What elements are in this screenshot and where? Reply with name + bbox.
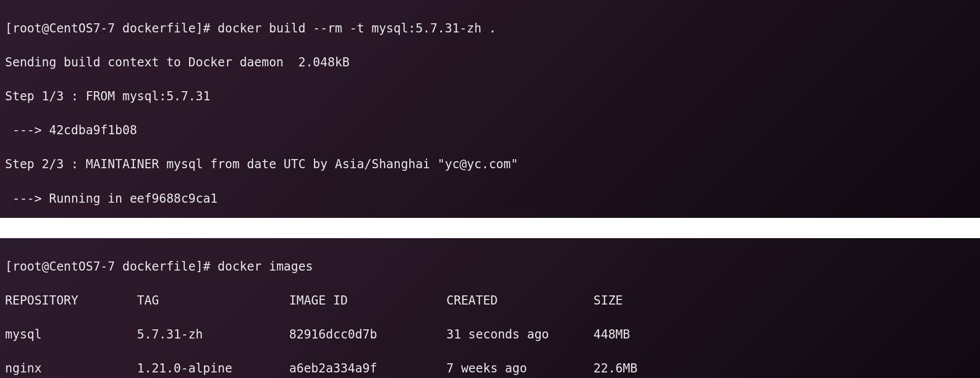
cell-repository: nginx: [5, 360, 137, 377]
header-created: CREATED: [446, 292, 593, 310]
command-text: docker build --rm -t mysql:5.7.31-zh .: [218, 21, 496, 35]
cell-size: 22.6MB: [593, 360, 975, 377]
output-line: ---> Running in eef9688c9ca1: [5, 191, 975, 208]
output-line: Step 2/3 : MAINTAINER mysql from date UT…: [5, 156, 975, 173]
header-tag: TAG: [137, 292, 289, 310]
cell-image-id: 82916dcc0d7b: [289, 326, 446, 344]
terminal-output-build[interactable]: [root@CentOS7-7 dockerfile]# docker buil…: [0, 0, 980, 218]
table-row: mysql 5.7.31-zh 82916dcc0d7b 31 seconds …: [5, 326, 975, 344]
table-row: nginx 1.21.0-alpine a6eb2a334a9f 7 weeks…: [5, 360, 975, 377]
cell-size: 448MB: [593, 326, 975, 344]
cell-tag: 5.7.31-zh: [137, 326, 289, 344]
header-size: SIZE: [593, 292, 975, 310]
table-header-row: REPOSITORY TAG IMAGE ID CREATED SIZE: [5, 292, 975, 310]
separator-gap: [0, 218, 980, 238]
shell-prompt: [root@CentOS7-7 dockerfile]#: [5, 259, 218, 274]
cell-created: 7 weeks ago: [446, 360, 593, 377]
header-image-id: IMAGE ID: [289, 292, 446, 310]
header-repository: REPOSITORY: [5, 292, 137, 310]
command-text: docker images: [218, 259, 313, 274]
terminal-output-images[interactable]: [root@CentOS7-7 dockerfile]# docker imag…: [0, 238, 980, 378]
cell-created: 31 seconds ago: [446, 326, 593, 344]
prompt-line: [root@CentOS7-7 dockerfile]# docker buil…: [5, 20, 975, 37]
output-line: ---> 42cdba9f1b08: [5, 122, 975, 139]
cell-tag: 1.21.0-alpine: [137, 360, 289, 377]
shell-prompt: [root@CentOS7-7 dockerfile]#: [5, 21, 218, 35]
prompt-line: [root@CentOS7-7 dockerfile]# docker imag…: [5, 258, 975, 276]
output-line: Step 1/3 : FROM mysql:5.7.31: [5, 88, 975, 105]
output-line: Sending build context to Docker daemon 2…: [5, 54, 975, 71]
cell-image-id: a6eb2a334a9f: [289, 360, 446, 377]
cell-repository: mysql: [5, 326, 137, 344]
